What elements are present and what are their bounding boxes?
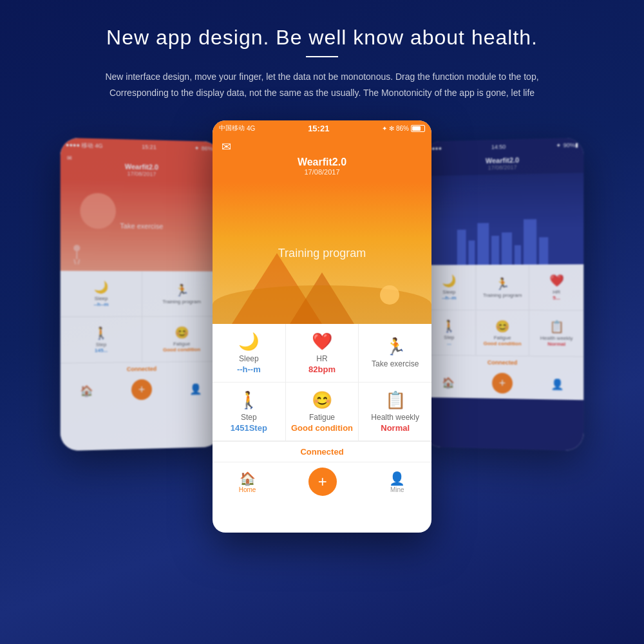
add-icon: + bbox=[318, 473, 327, 491]
battery-indicator: ✦ ✻ 86% bbox=[382, 125, 425, 132]
right-training-cell: 🏃 Training program bbox=[476, 265, 529, 310]
right-health-cell: 📋 Health weekly Normal bbox=[529, 310, 583, 356]
phone-left: ●●●● 移动 4G 15:21 ✦ 86%▮ ✉ Wearfit2.0 17/… bbox=[61, 138, 221, 451]
left-bottom-nav: 🏠 + 👤 bbox=[61, 375, 221, 407]
fatigue-icon: 😊 bbox=[312, 390, 332, 410]
city-buildings bbox=[451, 219, 554, 265]
center-hero-section: Training program bbox=[213, 182, 431, 324]
page-subtitle: New interface design, move your finger, … bbox=[103, 69, 541, 101]
hr-icon: ❤️ bbox=[312, 332, 332, 352]
left-grid-cell-training: 🏃 Training program bbox=[142, 271, 220, 316]
exercise-icon: 🏃 bbox=[385, 337, 406, 357]
right-health-icon: 📋 bbox=[549, 320, 564, 334]
center-status-bar: 中国移动 4G 15:21 ✦ ✻ 86% bbox=[213, 120, 431, 136]
right-sleep-icon: 🌙 bbox=[442, 274, 457, 289]
grid-cell-health: 📋 Health weekly Normal bbox=[359, 383, 431, 440]
phones-container: ●●●● 移动 4G 15:21 ✦ 86%▮ ✉ Wearfit2.0 17/… bbox=[0, 120, 644, 571]
phone-center: 中国移动 4G 15:21 ✦ ✻ 86% ✉ Wearfit2.0 17/08… bbox=[213, 120, 431, 533]
left-hero: Take exercise bbox=[61, 180, 221, 272]
right-fatigue-icon: 😊 bbox=[495, 319, 509, 334]
right-grid: 🌙 Sleep --h--m 🏃 Training program ❤️ HR … bbox=[423, 265, 583, 357]
left-grid-cell-step: 🚶 Step 145... bbox=[61, 317, 142, 363]
user-icon: 👤 bbox=[389, 471, 405, 486]
left-sleep-icon: 🌙 bbox=[94, 280, 108, 294]
center-app-date: 17/08/2017 bbox=[213, 168, 431, 176]
sleep-icon: 🌙 bbox=[238, 332, 259, 352]
battery-percent: 86% bbox=[396, 125, 409, 132]
center-hero-text: Training program bbox=[278, 247, 366, 260]
grid-cell-exercise: 🏃 Take exercise bbox=[359, 324, 431, 382]
right-step-icon: 🚶 bbox=[442, 319, 457, 334]
health-icon: 📋 bbox=[385, 390, 406, 410]
right-training-icon: 🏃 bbox=[495, 277, 509, 291]
time-display: 15:21 bbox=[308, 124, 329, 133]
nav-mine[interactable]: 👤 Mine bbox=[389, 471, 405, 493]
center-grid: 🌙 Sleep --h--m ❤️ HR 82bpm 🏃 Take exerci… bbox=[213, 324, 431, 441]
grid-row-1: 🌙 Sleep --h--m ❤️ HR 82bpm 🏃 Take exerci… bbox=[213, 324, 431, 383]
left-step-icon: 🚶 bbox=[94, 327, 108, 341]
left-grid-cell-sleep: 🌙 Sleep --h--m bbox=[61, 271, 142, 317]
left-fatigue-icon: 😊 bbox=[175, 326, 189, 340]
grid-cell-step: 🚶 Step 1451Step bbox=[213, 383, 286, 440]
connected-status: Connected bbox=[213, 441, 431, 462]
left-grid-cell-fatigue: 😊 Fatigue Good condition bbox=[142, 317, 220, 362]
grid-cell-hr: ❤️ HR 82bpm bbox=[286, 324, 359, 382]
grid-row-2: 🚶 Step 1451Step 😊 Fatigue Good condition… bbox=[213, 383, 431, 441]
left-grid: 🌙 Sleep --h--m 🏃 Training program 🚶 Step bbox=[61, 271, 221, 364]
left-training-icon: 🏃 bbox=[175, 283, 189, 298]
right-hr-cell: ❤️ HR 5... bbox=[529, 265, 583, 310]
home-icon: 🏠 bbox=[239, 471, 256, 486]
left-circle-decoration bbox=[80, 193, 116, 229]
grid-cell-fatigue: 😊 Fatigue Good condition bbox=[286, 383, 359, 440]
left-app-header: ✉ Wearfit2.0 17/08/2017 bbox=[61, 152, 221, 182]
battery-icon bbox=[411, 125, 425, 132]
nav-add-button[interactable]: + bbox=[308, 468, 337, 496]
mail-icon: ✉ bbox=[222, 140, 231, 154]
header: New app design. Be well know about healt… bbox=[0, 0, 644, 101]
signal-indicator: 中国移动 4G bbox=[219, 124, 255, 133]
page-title: New app design. Be well know about healt… bbox=[0, 26, 644, 50]
divider bbox=[306, 56, 338, 57]
carrier-text: 中国移动 bbox=[219, 124, 245, 133]
network-text: 4G bbox=[247, 125, 255, 132]
right-hr-icon: ❤️ bbox=[549, 274, 564, 288]
right-fatigue-cell: 😊 Fatigue Good condition bbox=[476, 310, 529, 356]
step-icon: 🚶 bbox=[238, 390, 259, 410]
nav-mine-label: Mine bbox=[390, 486, 404, 493]
left-hero-text: Take exercise bbox=[120, 222, 163, 231]
center-app-header: ✉ Wearfit2.0 17/08/2017 bbox=[213, 136, 431, 182]
center-bottom-nav: 🏠 Home + 👤 Mine bbox=[213, 462, 431, 504]
center-app-title: Wearfit2.0 bbox=[213, 156, 431, 168]
phone-right: ●●●● 14:50 ✦ 90%▮ Wearfit2.0 17/08/2017 bbox=[423, 138, 583, 451]
right-hero bbox=[423, 173, 583, 265]
right-bottom-nav: 🏠 + 👤 bbox=[423, 368, 583, 401]
grid-cell-sleep: 🌙 Sleep --h--m bbox=[213, 324, 286, 382]
nav-home[interactable]: 🏠 Home bbox=[239, 471, 256, 493]
nav-home-label: Home bbox=[239, 486, 256, 493]
